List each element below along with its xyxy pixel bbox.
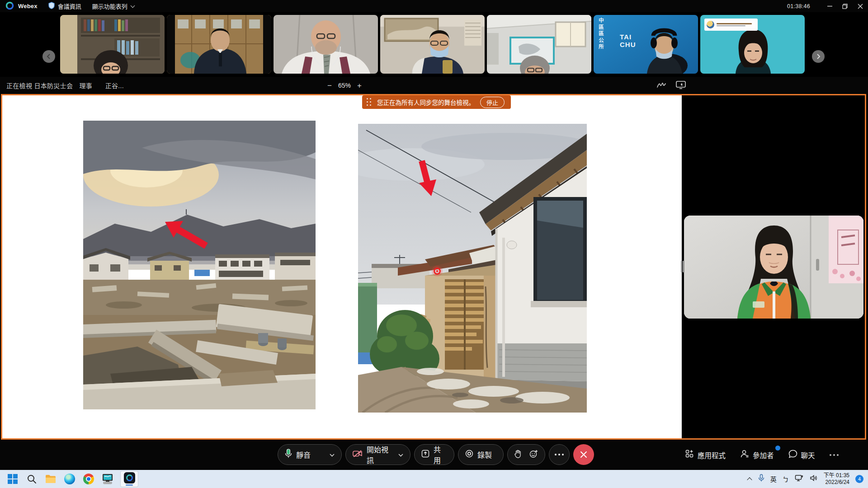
meeting-info-button[interactable]: 會議資訊 <box>48 2 81 10</box>
network-icon[interactable] <box>795 474 804 483</box>
active-speaker-video[interactable] <box>684 216 863 319</box>
stage-tools <box>656 77 686 94</box>
tile7-office-logo <box>704 19 758 31</box>
video-tile-participant-7[interactable] <box>700 15 805 74</box>
webex-taskbar-icon[interactable] <box>120 471 138 487</box>
mute-label: 靜音 <box>296 449 311 460</box>
share-label: 共用 <box>434 444 447 465</box>
restore-button[interactable] <box>837 0 853 12</box>
video-tile-participant-6[interactable]: 中區區公所 TAI CHU <box>594 15 698 74</box>
mute-button[interactable]: 靜音 <box>278 444 342 465</box>
zoom-level: 65% <box>338 82 351 89</box>
remote-desktop-app-icon[interactable] <box>101 473 113 485</box>
more-options-button[interactable] <box>549 444 570 465</box>
video-tile-participant-2[interactable] <box>167 15 271 74</box>
file-explorer-icon[interactable] <box>44 473 57 485</box>
app-identity: Webex <box>0 1 38 11</box>
reactions-group <box>507 444 545 465</box>
share-button[interactable]: 共用 <box>414 444 454 465</box>
participants-notification-dot <box>775 446 780 450</box>
taskbar-apps <box>0 471 138 487</box>
show-menu-label: 顯示功能表列 <box>92 2 127 10</box>
record-button[interactable]: 錄製 <box>458 444 504 465</box>
title-bar: Webex 會議資訊 顯示功能表列 01:38:46 <box>0 0 868 12</box>
apps-grid-icon <box>685 450 694 460</box>
tile6-org-label: 中區區公所 <box>597 18 604 51</box>
tray-expand-icon[interactable] <box>747 477 752 481</box>
minimize-button[interactable] <box>822 0 837 12</box>
chat-button[interactable]: 聊天 <box>788 450 815 460</box>
start-video-button[interactable]: 開始視訊 <box>345 444 410 465</box>
zoom-out-button[interactable]: − <box>327 82 332 89</box>
meeting-timer: 01:38:46 <box>787 3 810 9</box>
microphone-icon <box>285 449 292 460</box>
chat-label: 聊天 <box>801 450 815 460</box>
ime-language-indicator[interactable]: 英 <box>770 474 777 483</box>
video-tile-participant-5[interactable] <box>487 15 591 74</box>
meeting-info-label: 會議資訊 <box>58 2 81 10</box>
close-x-icon <box>580 451 587 458</box>
filmstrip-next-button[interactable] <box>812 50 825 63</box>
taskbar-date: 2022/6/24 <box>824 479 849 486</box>
reactions-smiley-icon[interactable] <box>529 450 538 460</box>
edge-browser-icon[interactable] <box>63 473 75 485</box>
notification-count-badge[interactable]: 4 <box>855 475 863 483</box>
ime-input-mode-indicator[interactable]: ㄅ <box>783 474 789 483</box>
shared-photo-damaged-house <box>358 124 587 413</box>
tile5-overlay <box>487 15 591 74</box>
shared-photo-flood-debris <box>83 121 316 409</box>
camera-off-icon <box>353 450 363 459</box>
sync-banner-message: 您正在為所有人同步您的舞台檢視。 <box>377 98 475 107</box>
raise-hand-icon[interactable] <box>514 450 521 460</box>
annotate-icon[interactable] <box>656 81 666 90</box>
shared-content: 您正在為所有人同步您的舞台檢視。 停止 <box>2 95 682 438</box>
panel-controls: 應用程式 參加者 聊天 <box>685 440 839 470</box>
participants-button[interactable]: 參加者 <box>740 450 774 460</box>
show-menu-dropdown[interactable]: 顯示功能表列 <box>92 2 135 10</box>
primary-controls: 靜音 開始視訊 <box>278 444 594 465</box>
more-panels-button[interactable] <box>830 454 839 456</box>
viewing-status-text: 正在檢視 日本防災士会 理事 正谷... <box>0 81 124 90</box>
stage-status-bar: 正在檢視 日本防災士会 理事 正谷... − 65% + <box>0 77 868 94</box>
apps-button[interactable]: 應用程式 <box>685 450 726 460</box>
shared-screen-icon[interactable] <box>675 80 686 91</box>
close-button[interactable] <box>853 0 868 12</box>
tray-microphone-icon[interactable] <box>758 474 764 484</box>
video-tiles: 中區區公所 TAI CHU <box>60 15 805 74</box>
windows-start-button[interactable] <box>6 473 19 485</box>
filmstrip-prev-button[interactable] <box>42 50 55 63</box>
volume-icon[interactable] <box>810 474 818 483</box>
taskbar-clock[interactable]: 下午 01:35 2022/6/24 <box>824 472 849 486</box>
webex-active-indicator <box>126 484 133 486</box>
system-tray: 英 ㄅ 下午 01:35 2022/6/24 <box>747 472 868 486</box>
zoom-in-button[interactable]: + <box>357 82 362 89</box>
panel-resize-handle[interactable] <box>680 261 684 272</box>
webex-window: Webex 會議資訊 顯示功能表列 01:38:46 <box>0 0 868 488</box>
taskbar-time: 下午 01:35 <box>824 472 849 479</box>
video-tile-participant-4[interactable] <box>380 15 485 74</box>
webex-logo-icon <box>5 1 14 11</box>
participant-filmstrip: 中區區公所 TAI CHU <box>0 12 868 77</box>
chat-bubble-icon <box>788 450 797 460</box>
taskbar-search-icon[interactable] <box>25 473 38 485</box>
window-controls: 01:38:46 <box>787 0 868 12</box>
apps-label: 應用程式 <box>698 450 726 460</box>
stage-sync-banner: 您正在為所有人同步您的舞台檢視。 停止 <box>362 95 511 109</box>
video-tile-participant-3[interactable] <box>274 15 378 74</box>
record-icon <box>465 450 473 460</box>
video-options-chevron-icon[interactable] <box>398 450 403 459</box>
participants-label: 參加者 <box>753 450 774 460</box>
leave-meeting-button[interactable] <box>573 444 594 465</box>
tile6-latin-label: TAI CHU <box>620 33 636 49</box>
more-options-icon <box>555 454 564 455</box>
stop-sync-button[interactable]: 停止 <box>480 97 505 108</box>
record-label: 錄製 <box>477 449 492 460</box>
participants-icon <box>740 450 749 460</box>
banner-drag-handle[interactable] <box>367 98 372 106</box>
windows-taskbar: 英 ㄅ 下午 01:35 2022/6/24 <box>0 470 868 488</box>
tile7-logo-emblem <box>707 21 714 28</box>
chrome-browser-icon[interactable] <box>82 473 94 485</box>
video-tile-participant-1[interactable] <box>60 15 165 74</box>
mute-options-chevron-icon[interactable] <box>330 450 335 459</box>
share-icon <box>421 450 429 460</box>
